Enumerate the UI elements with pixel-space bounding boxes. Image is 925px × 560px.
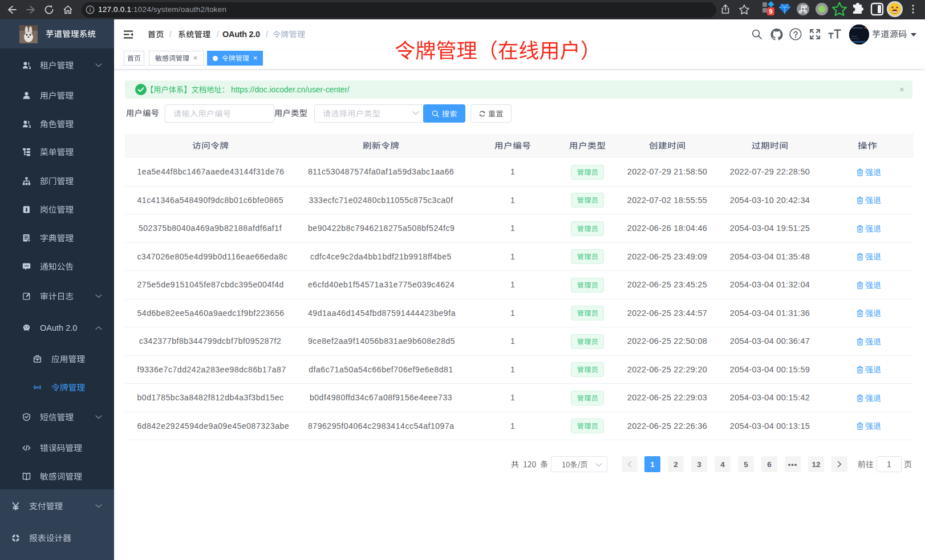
svg-text:9: 9 — [769, 8, 772, 15]
